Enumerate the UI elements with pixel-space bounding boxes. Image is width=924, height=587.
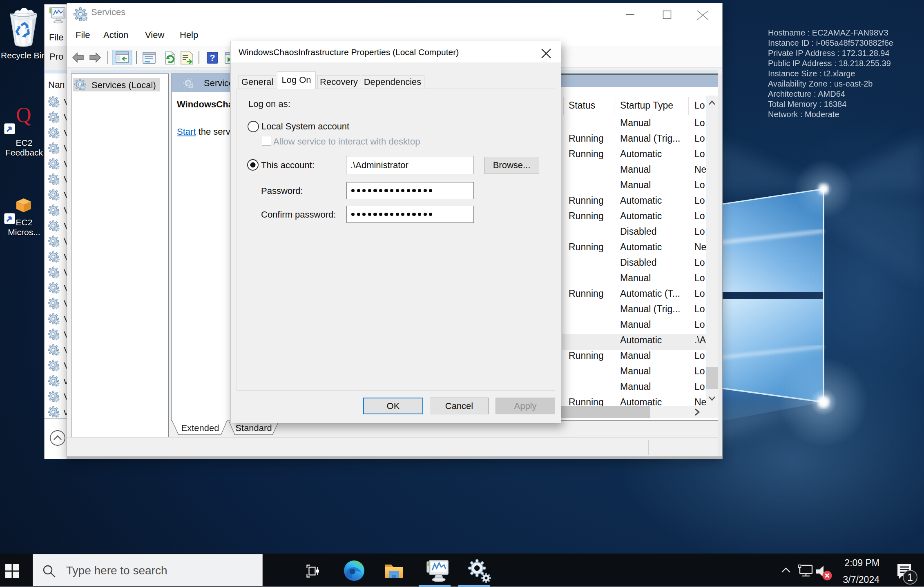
svg-text:V: V	[64, 360, 67, 371]
svg-text:V: V	[64, 221, 67, 231]
svg-text:Standard: Standard	[235, 423, 272, 433]
svg-text:v: v	[64, 376, 67, 386]
svg-text:V: V	[64, 314, 67, 324]
svg-text:V: V	[64, 298, 67, 309]
svg-text:V: V	[64, 267, 67, 278]
svg-text:V: V	[64, 159, 67, 169]
svg-text:V: V	[64, 283, 67, 293]
svg-text:V: V	[64, 345, 67, 355]
svg-text:V: V	[64, 329, 67, 340]
svg-text:V: V	[64, 143, 67, 153]
svg-text:Extended: Extended	[181, 423, 219, 433]
svg-text:V: V	[64, 97, 67, 107]
svg-text:V: V	[64, 205, 67, 216]
svg-text:v: v	[64, 407, 67, 417]
svg-text:V: V	[64, 236, 67, 247]
svg-text:V: V	[64, 112, 67, 122]
svg-text:?: ?	[210, 53, 215, 63]
svg-text:1: 1	[907, 571, 913, 583]
svg-text:V: V	[64, 391, 67, 402]
svg-text:V: V	[64, 128, 67, 138]
svg-text:V: V	[64, 252, 67, 262]
svg-text:V: V	[64, 190, 67, 200]
svg-text:V: V	[64, 174, 67, 185]
